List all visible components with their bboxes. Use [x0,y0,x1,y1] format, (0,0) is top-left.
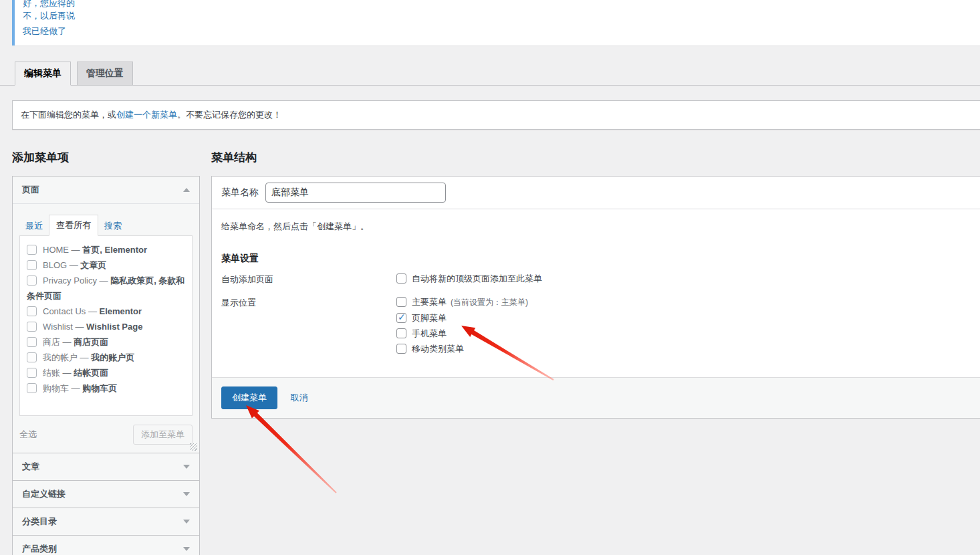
page-checkbox[interactable] [27,245,37,255]
page-checkbox[interactable] [27,337,37,347]
info-text-before: 在下面编辑您的菜单，或 [21,110,116,120]
menu-name-input[interactable] [265,183,446,203]
product-categories-section-title: 产品类别 [22,543,57,555]
posts-section-title: 文章 [22,461,39,473]
page-checkbox[interactable] [27,352,37,362]
select-all-link[interactable]: 全选 [19,429,37,441]
footer-menu-label[interactable]: 页脚菜单 [412,313,447,323]
auto-add-option-label[interactable]: 自动将新的顶级页面添加至此菜单 [412,273,542,284]
page-item-name[interactable]: 商店 — [43,337,74,347]
pages-section-title: 页面 [22,184,39,196]
cancel-link[interactable]: 取消 [291,393,308,403]
collapse-icon[interactable] [183,188,190,192]
list-item: HOME — 首页, Elementor [27,242,188,257]
page-checkbox[interactable] [27,306,37,316]
page-item-name[interactable]: 我的帐户 — [43,352,91,362]
admin-notice: 好，您应得的 不，以后再说 我已经做了 [12,0,980,45]
categories-section-header[interactable]: 分类目录 [13,508,199,535]
list-item: Contact Us — Elementor [27,304,188,319]
display-location-row: 显示位置 主要菜单(当前设置为：主菜单) 页脚菜单 手机菜单 移动类别菜单 [221,296,971,358]
add-menu-items-column: 添加菜单项 页面 最近 查看所有 搜索 HOME — 首页, Elem [12,130,200,555]
pages-section-body: 最近 查看所有 搜索 HOME — 首页, Elementor BLOG — 文… [13,204,199,453]
footer-menu-checkbox-checked[interactable] [396,313,406,323]
mobile-category-menu-checkbox[interactable] [396,344,406,354]
custom-links-section-title: 自定义链接 [22,488,66,500]
tab-edit-menus[interactable]: 编辑菜单 [15,62,71,86]
page-item-name[interactable]: Wishlist — [43,322,86,332]
page-item-name[interactable]: 结账 — [43,368,74,378]
resize-handle[interactable] [190,443,197,451]
auto-add-pages-label: 自动添加页面 [221,273,396,288]
menu-editor-columns: 添加菜单项 页面 最近 查看所有 搜索 HOME — 首页, Elem [0,130,980,555]
auto-add-checkbox[interactable] [396,273,406,284]
tab-search[interactable]: 搜索 [98,216,128,236]
menu-settings-heading: 菜单设置 [221,253,971,265]
product-categories-section-header[interactable]: 产品类别 [13,536,199,555]
add-to-menu-button[interactable]: 添加至菜单 [133,425,193,445]
location-option-footer: 页脚菜单 [396,312,528,324]
tab-most-recent[interactable]: 最近 [19,216,49,236]
nav-tab-bar: 编辑菜单 管理位置 [0,62,980,86]
primary-menu-label[interactable]: 主要菜单 [412,297,447,307]
page-item-name[interactable]: Privacy Policy — [43,275,110,286]
page-list-footer: 全选 添加至菜单 [19,425,193,445]
page-item-states: 首页, Elementor [82,245,147,255]
list-item: Wishlist — Wishlist Page [27,319,188,334]
create-new-menu-link[interactable]: 创建一个新菜单 [116,110,177,120]
page-item-name[interactable]: HOME — [43,245,82,255]
page-item-states: 结帐页面 [74,368,108,378]
page-item-name[interactable]: 购物车 — [43,383,82,393]
pages-section-header[interactable]: 页面 [13,177,199,204]
page-list: HOME — 首页, Elementor BLOG — 文章页 Privacy … [27,242,188,396]
list-item: 购物车 — 购物车页 [27,380,188,396]
primary-menu-note: (当前设置为：主菜单) [451,298,528,307]
location-option-mobile: 手机菜单 [396,328,528,339]
create-menu-button[interactable]: 创建菜单 [221,386,277,409]
list-item: BLOG — 文章页 [27,257,188,273]
notice-link-later[interactable]: 不，以后再说 [23,9,972,22]
notice-link-yes-deserved[interactable]: 好，您应得的 [23,0,972,9]
posts-section-header[interactable]: 文章 [13,453,199,480]
menu-structure-column: 菜单结构 菜单名称 给菜单命名，然后点击「创建菜单」。 菜单设置 自动添加页面 … [211,130,980,419]
auto-add-option-row: 自动将新的顶级页面添加至此菜单 [396,273,542,284]
notice-link-already-did[interactable]: 我已经做了 [23,25,972,37]
mobile-category-menu-label[interactable]: 移动类别菜单 [412,344,464,354]
expand-icon[interactable] [183,492,190,496]
accordion-section-pages: 页面 最近 查看所有 搜索 HOME — 首页, Elementor BLOG … [13,177,199,453]
expand-icon[interactable] [183,465,190,469]
menu-panel: 菜单名称 给菜单命名，然后点击「创建菜单」。 菜单设置 自动添加页面 自动将新的… [211,176,980,419]
menu-structure-heading: 菜单结构 [211,151,980,164]
menu-name-label: 菜单名称 [221,187,259,199]
accordion-section-product-categories: 产品类别 [13,535,199,555]
location-option-mobile-category: 移动类别菜单 [396,343,528,354]
page-checkbox[interactable] [27,275,37,286]
page-item-name[interactable]: BLOG — [43,260,80,270]
mobile-menu-label[interactable]: 手机菜单 [412,328,447,338]
expand-icon[interactable] [183,547,190,551]
page-checkbox[interactable] [27,260,37,270]
location-option-primary: 主要菜单(当前设置为：主菜单) [396,296,528,308]
tab-manage-locations[interactable]: 管理位置 [77,62,133,86]
menu-name-bar: 菜单名称 [212,177,980,209]
edit-menu-info-bar: 在下面编辑您的菜单，或创建一个新菜单。不要忘记保存您的更改！ [12,100,980,130]
page-item-name[interactable]: Contact Us — [43,306,100,316]
display-location-label: 显示位置 [221,296,396,358]
custom-links-section-header[interactable]: 自定义链接 [13,481,199,508]
pages-tab-bar: 最近 查看所有 搜索 [19,215,193,236]
primary-menu-checkbox[interactable] [396,297,406,307]
page-list-box: HOME — 首页, Elementor BLOG — 文章页 Privacy … [19,235,193,416]
tab-view-all[interactable]: 查看所有 [49,215,98,236]
list-item: 我的帐户 — 我的账户页 [27,350,188,365]
page-item-states: 购物车页 [82,383,117,393]
page-item-states: 我的账户页 [91,352,134,362]
page-checkbox[interactable] [27,322,37,332]
add-menu-items-heading: 添加菜单项 [12,151,200,164]
info-text-after: 。不要忘记保存您的更改！ [177,110,281,120]
expand-icon[interactable] [183,520,190,524]
page-item-states: 商店页面 [74,337,108,347]
mobile-menu-checkbox[interactable] [396,328,406,338]
page-checkbox[interactable] [27,368,37,378]
categories-section-title: 分类目录 [22,516,57,528]
menu-panel-body: 给菜单命名，然后点击「创建菜单」。 菜单设置 自动添加页面 自动将新的顶级页面添… [212,209,980,362]
page-checkbox[interactable] [27,383,37,393]
